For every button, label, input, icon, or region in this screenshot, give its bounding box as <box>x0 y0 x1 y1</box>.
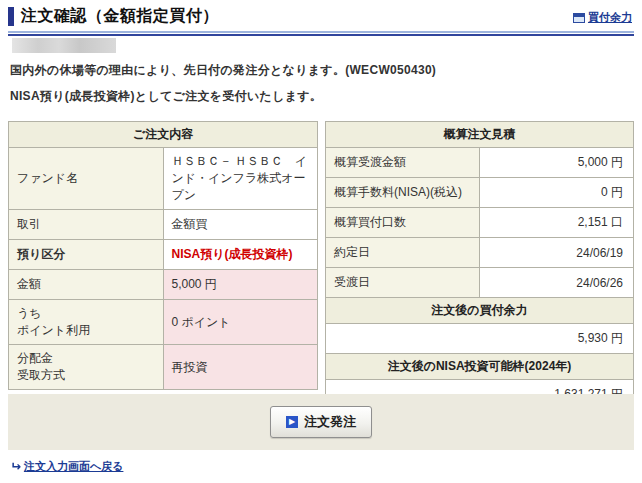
account-type-label: 預り区分 <box>9 240 164 270</box>
settlement-amount-value: 5,000 円 <box>480 148 634 178</box>
distribution-method-value: 再投資 <box>163 345 318 390</box>
notice-forward-date: 国内外の休場等の理由により、先日付の発注分となります。(WECW050430) <box>10 62 634 79</box>
account-type-value: NISA預り(成長投資枠) <box>163 240 318 270</box>
trade-type-value: 金額買 <box>163 210 318 240</box>
distribution-method-label: 分配金 受取方式 <box>9 345 164 390</box>
table-row: 預り区分 NISA預り(成長投資枠) <box>9 240 318 270</box>
back-to-order-entry-link[interactable]: 注文入力画面へ戻る <box>24 459 124 474</box>
fund-name-value: ＨＳＢＣ－ ＨＳＢＣ インド・インフラ株式オープン <box>163 148 318 210</box>
page-header: 注文確認（金額指定買付） 買付余力 <box>0 0 642 27</box>
amount-value: 5,000 円 <box>163 270 318 300</box>
execution-date-value: 24/06/19 <box>480 238 634 268</box>
after-order-power-value: 5,930 円 <box>326 324 634 354</box>
table-row: 受渡日 24/06/26 <box>326 268 634 298</box>
order-table-title: ご注文内容 <box>9 122 318 148</box>
arrow-right-icon: ▶ <box>286 416 298 428</box>
after-order-power-title: 注文後の買付余力 <box>326 298 634 324</box>
submit-bar: ▶ 注文発注 <box>8 394 634 450</box>
after-order-nisa-title: 注文後のNISA投資可能枠(2024年) <box>326 354 634 380</box>
table-row: 約定日 24/06/19 <box>326 238 634 268</box>
page-title: 注文確認（金額指定買付） <box>21 6 219 27</box>
place-order-button[interactable]: ▶ 注文発注 <box>270 406 372 438</box>
units-value: 2,151 口 <box>480 208 634 238</box>
settlement-date-label: 受渡日 <box>326 268 480 298</box>
table-row: 金額 5,000 円 <box>9 270 318 300</box>
units-label: 概算買付口数 <box>326 208 480 238</box>
return-arrow-icon: ↵ <box>10 459 21 474</box>
order-contents-table: ご注文内容 ファンド名 ＨＳＢＣ－ ＨＳＢＣ インド・インフラ株式オープン 取引… <box>8 121 318 390</box>
order-estimate-table: 概算注文見積 概算受渡金額 5,000 円 概算手数料(NISA)(税込) 0 … <box>325 121 634 410</box>
points-used-label: うち ポイント利用 <box>9 300 164 345</box>
redacted-user-name <box>12 38 116 53</box>
amount-label: 金額 <box>9 270 164 300</box>
fee-label: 概算手数料(NISA)(税込) <box>326 178 480 208</box>
table-row: 5,930 円 <box>326 324 634 354</box>
notice-nisa: NISA預り(成長投資枠)としてご注文を受付いたします。 <box>10 88 634 105</box>
place-order-label: 注文発注 <box>304 413 356 431</box>
table-row: 概算買付口数 2,151 口 <box>326 208 634 238</box>
title-accent-bar <box>8 7 14 26</box>
trade-type-label: 取引 <box>9 210 164 240</box>
points-used-value: 0 ポイント <box>163 300 318 345</box>
settlement-date-value: 24/06/26 <box>480 268 634 298</box>
table-row: 分配金 受取方式 再投資 <box>9 345 318 390</box>
fee-value: 0 円 <box>480 178 634 208</box>
execution-date-label: 約定日 <box>326 238 480 268</box>
estimate-table-title: 概算注文見積 <box>326 122 634 148</box>
fund-name-label: ファンド名 <box>9 148 164 210</box>
table-row: ファンド名 ＨＳＢＣ－ ＨＳＢＣ インド・インフラ株式オープン <box>9 148 318 210</box>
popup-window-icon <box>573 13 585 23</box>
settlement-amount-label: 概算受渡金額 <box>326 148 480 178</box>
table-row: 概算受渡金額 5,000 円 <box>326 148 634 178</box>
table-row: 取引 金額買 <box>9 210 318 240</box>
table-row: 概算手数料(NISA)(税込) 0 円 <box>326 178 634 208</box>
table-row: うち ポイント利用 0 ポイント <box>9 300 318 345</box>
buying-power-link[interactable]: 買付余力 <box>588 10 632 25</box>
